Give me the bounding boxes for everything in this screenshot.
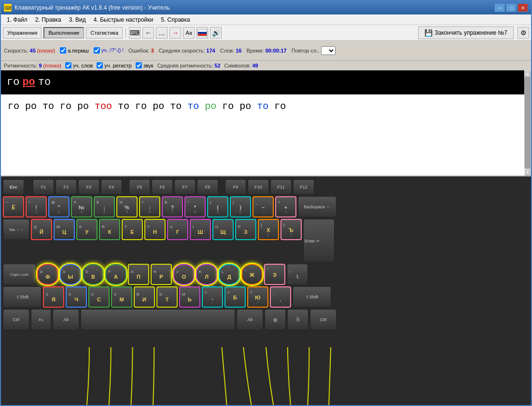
key-d[interactable]: DВ bbox=[83, 264, 104, 285]
maximize-button[interactable]: □ bbox=[506, 3, 517, 12]
key-n[interactable]: NТ bbox=[156, 286, 178, 308]
repeat-dropdown[interactable] bbox=[321, 46, 336, 55]
exercises-button[interactable]: Упражнения bbox=[3, 27, 42, 39]
key-3[interactable]: #№3 bbox=[71, 196, 92, 217]
key-tilde[interactable]: ~Ё` bbox=[3, 196, 24, 217]
menu-edit[interactable]: 2. Правка bbox=[31, 15, 65, 24]
key-f10[interactable]: F10 bbox=[248, 179, 269, 195]
cb1-checkbox[interactable] bbox=[60, 47, 66, 54]
key-u[interactable]: UГ bbox=[167, 219, 188, 240]
key-f11[interactable]: F11 bbox=[270, 179, 292, 195]
key-tab[interactable]: Tab ←→ bbox=[3, 219, 29, 240]
key-q[interactable]: QЙ bbox=[31, 219, 52, 240]
key-equal[interactable]: ++= bbox=[275, 196, 296, 217]
key-ctrl-left[interactable]: Ctrl bbox=[3, 309, 29, 330]
key-period[interactable]: >Б. bbox=[224, 286, 246, 308]
key-rslash[interactable]: ;. bbox=[270, 286, 291, 308]
key-capslock[interactable]: Caps Lock bbox=[3, 264, 36, 285]
key-0[interactable]: ))0 bbox=[230, 196, 251, 217]
key-1[interactable]: !!1 bbox=[26, 196, 47, 217]
key-x[interactable]: XЧ bbox=[66, 286, 87, 308]
key-6[interactable]: ^:6 bbox=[139, 196, 160, 217]
menu-help[interactable]: 5. Справка bbox=[157, 15, 194, 24]
key-p[interactable]: PЗ bbox=[235, 219, 256, 240]
key-l[interactable]: LД bbox=[219, 264, 240, 285]
key-rbracket[interactable]: }Ъ] bbox=[280, 219, 302, 240]
keyboard-icon[interactable]: ⌨ bbox=[129, 27, 140, 39]
key-o[interactable]: OЩ bbox=[212, 219, 234, 240]
key-f3[interactable]: F3 bbox=[78, 179, 99, 195]
menu-file[interactable]: 1. Файл bbox=[3, 15, 31, 24]
key-c[interactable]: CС bbox=[88, 286, 110, 308]
key-shift-right[interactable]: ⇧Shift bbox=[293, 286, 331, 308]
settings-icon[interactable]: ⚙ bbox=[518, 27, 529, 39]
scrollbar-v[interactable]: ▲ ▼ bbox=[524, 70, 531, 176]
key-f4[interactable]: F4 bbox=[101, 179, 122, 195]
menu-settings[interactable]: 4. Быстрые настройки bbox=[90, 15, 157, 24]
key-f5[interactable]: F5 bbox=[129, 179, 150, 195]
key-enter[interactable]: Enter ↵ bbox=[303, 219, 335, 262]
execution-button[interactable]: Выполнение bbox=[43, 27, 84, 39]
finish-exercise-button[interactable]: 💾 Закончить упражнение №7 bbox=[418, 27, 514, 39]
key-alt-right[interactable]: Alt bbox=[237, 309, 263, 330]
forward-icon[interactable]: → bbox=[169, 27, 181, 39]
key-f7[interactable]: F7 bbox=[174, 179, 196, 195]
key-g[interactable]: GП bbox=[128, 264, 149, 285]
flag-icon[interactable] bbox=[196, 27, 208, 39]
key-alt-left[interactable]: Alt bbox=[53, 309, 79, 330]
key-f12[interactable]: F12 bbox=[293, 179, 314, 195]
key-lbracket[interactable]: {Х[ bbox=[258, 219, 279, 240]
key-space[interactable] bbox=[81, 309, 235, 330]
key-v[interactable]: VМ bbox=[111, 286, 132, 308]
key-f6[interactable]: F6 bbox=[152, 179, 173, 195]
key-e[interactable]: EУ bbox=[76, 219, 98, 240]
scroll-up[interactable]: ▲ bbox=[524, 70, 531, 77]
key-r[interactable]: RК bbox=[99, 219, 120, 240]
key-f[interactable]: FА bbox=[105, 264, 126, 285]
key-f1[interactable]: F1 bbox=[33, 179, 54, 195]
key-t[interactable]: TЕ bbox=[122, 219, 143, 240]
key-semicolon[interactable]: :Ж; bbox=[241, 264, 263, 285]
sound-icon[interactable]: 🔊 bbox=[210, 27, 222, 39]
cb5-checkbox[interactable] bbox=[136, 62, 142, 68]
key-z[interactable]: ZЯ bbox=[43, 286, 64, 308]
key-9[interactable]: ((9 bbox=[207, 196, 228, 217]
dots-icon[interactable]: … bbox=[156, 27, 168, 39]
key-a[interactable]: AФ bbox=[37, 264, 58, 285]
key-backspace[interactable]: Backspace ← bbox=[298, 196, 336, 217]
cb3-checkbox[interactable] bbox=[65, 62, 71, 68]
key-fn[interactable]: Fn bbox=[31, 309, 51, 330]
key-h[interactable]: HР bbox=[151, 264, 172, 285]
key-ctrl-right[interactable]: Ctrl bbox=[310, 309, 336, 330]
key-menu[interactable]: ☰ bbox=[287, 309, 308, 330]
back-icon[interactable]: ← bbox=[142, 27, 154, 39]
key-4[interactable]: $;4 bbox=[94, 196, 115, 217]
statistics-button[interactable]: Статистика bbox=[86, 27, 123, 39]
key-5[interactable]: %%5 bbox=[116, 196, 138, 217]
key-comma[interactable]: <,, bbox=[202, 286, 223, 308]
key-minus[interactable]: _–- bbox=[252, 196, 274, 217]
cb4-checkbox[interactable] bbox=[97, 62, 103, 68]
key-w[interactable]: WЦ bbox=[54, 219, 75, 240]
key-quote[interactable]: "Э' bbox=[264, 264, 285, 285]
key-f9[interactable]: F9 bbox=[225, 179, 246, 195]
key-i[interactable]: IШ bbox=[190, 219, 211, 240]
key-f8[interactable]: F8 bbox=[197, 179, 218, 195]
cb2-checkbox[interactable] bbox=[94, 47, 100, 54]
key-k[interactable]: KЛ bbox=[196, 264, 217, 285]
font-icon[interactable]: Aa bbox=[183, 27, 195, 39]
minimize-button[interactable]: ─ bbox=[494, 3, 505, 12]
key-s[interactable]: SЫ bbox=[60, 264, 81, 285]
menu-view[interactable]: 3. Вид bbox=[65, 15, 90, 24]
close-button[interactable]: ✕ bbox=[518, 3, 528, 12]
key-7[interactable]: &?7 bbox=[162, 196, 183, 217]
key-win[interactable]: ⊞ bbox=[265, 309, 286, 330]
key-2[interactable]: @"2 bbox=[48, 196, 70, 217]
key-j[interactable]: JО bbox=[173, 264, 195, 285]
key-slash[interactable]: ?Ю/ bbox=[247, 286, 268, 308]
scroll-down[interactable]: ▼ bbox=[524, 169, 531, 176]
key-8[interactable]: **8 bbox=[184, 196, 206, 217]
key-y[interactable]: YН bbox=[144, 219, 166, 240]
key-esc[interactable]: Esc bbox=[3, 179, 24, 195]
key-backslash[interactable]: \\ bbox=[287, 264, 308, 285]
